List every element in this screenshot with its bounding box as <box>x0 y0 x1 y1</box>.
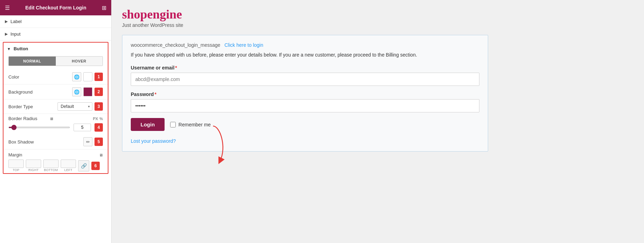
box-shadow-edit-btn[interactable]: ✏ <box>83 137 92 146</box>
box-shadow-label: Box Shadow <box>8 139 83 145</box>
monitor-icon: 🖥 <box>50 117 53 121</box>
tab-hover[interactable]: HOVER <box>56 57 103 66</box>
border-radius-input[interactable]: 5 <box>74 124 91 131</box>
label-section-title: Label <box>10 19 22 24</box>
site-subtitle: Just another WordPress site <box>122 22 634 28</box>
site-title: shopengine <box>122 7 634 22</box>
margin-bottom-input[interactable]: 10 <box>43 160 59 168</box>
border-radius-step-badge: 4 <box>94 123 103 132</box>
color-step-badge: 1 <box>94 73 103 81</box>
margin-right-input[interactable]: 20 <box>26 160 41 168</box>
margin-monitor-icon: 🖥 <box>99 153 103 157</box>
password-input[interactable] <box>131 99 479 112</box>
form-actions: Login Remember me <box>131 118 479 131</box>
description-text: If you have shopped with us before, plea… <box>131 51 479 59</box>
color-globe-btn[interactable]: 🌐 <box>72 72 81 81</box>
margin-left-group: 0 LEFT <box>61 160 76 172</box>
border-radius-slider[interactable] <box>8 127 70 128</box>
color-controls: 🌐 1 <box>72 72 103 81</box>
label-section[interactable]: ▶ Label <box>0 15 111 28</box>
background-swatch[interactable] <box>83 87 92 96</box>
username-required-star: * <box>175 65 177 71</box>
border-radius-row: Border Radius 🖥 PX % <box>3 114 108 122</box>
box-shadow-step-badge: 5 <box>94 138 103 146</box>
login-message-row: woocommerce_checkout_login_message Click… <box>131 42 479 48</box>
background-label: Background <box>8 89 72 95</box>
input-section[interactable]: ▶ Input <box>0 28 111 40</box>
lost-password-link[interactable]: Lost your password? <box>131 138 176 144</box>
remember-me-group: Remember me <box>170 122 211 127</box>
input-arrow-icon: ▶ <box>5 32 8 36</box>
hook-text: woocommerce_checkout_login_message <box>131 42 220 48</box>
margin-step-badge: 6 <box>91 162 100 170</box>
margin-link-btn[interactable]: 🔗 <box>78 160 89 171</box>
background-row: Background 🌐 2 <box>3 84 108 100</box>
input-section-title: Input <box>10 31 21 37</box>
panel-content: ▶ Label ▶ Input ▼ Button NORMAL HOVER Co… <box>0 15 111 243</box>
margin-top-group: 0 TOP <box>8 160 24 172</box>
box-shadow-controls: ✏ 5 <box>83 137 103 146</box>
background-step-badge: 2 <box>94 88 103 96</box>
color-swatch[interactable] <box>83 72 92 81</box>
margin-inputs-row: 0 TOP 20 RIGHT 10 BOTTOM 0 LEFT 🔗 6 <box>3 159 108 173</box>
label-arrow-icon: ▶ <box>5 19 8 24</box>
margin-right-group: 20 RIGHT <box>26 160 41 172</box>
color-row: Color 🌐 1 <box>3 69 108 84</box>
border-radius-label: Border Radius <box>8 116 48 121</box>
margin-label: Margin <box>8 152 98 157</box>
tab-normal[interactable]: NORMAL <box>9 57 56 66</box>
login-button[interactable]: Login <box>131 118 165 131</box>
margin-bottom-group: 10 BOTTOM <box>43 160 59 172</box>
top-bar: ☰ Edit Checkout Form Login ⊞ <box>0 0 111 15</box>
checkout-form-box: woocommerce_checkout_login_message Click… <box>122 35 488 152</box>
slider-row: 5 4 <box>3 122 108 134</box>
remember-label: Remember me <box>179 122 211 127</box>
margin-row: Margin 🖥 <box>3 149 108 159</box>
px-label: PX <box>93 117 98 121</box>
border-type-select[interactable]: Default Solid Dashed Dotted Double None <box>58 102 92 111</box>
margin-left-label: LEFT <box>64 168 72 172</box>
margin-top-input[interactable]: 0 <box>8 160 24 168</box>
username-input[interactable] <box>131 73 479 86</box>
border-type-controls: Default Solid Dashed Dotted Double None … <box>58 102 103 111</box>
percent-label: % <box>99 117 103 121</box>
margin-bottom-label: BOTTOM <box>44 168 58 172</box>
border-type-select-wrapper: Default Solid Dashed Dotted Double None <box>58 102 92 111</box>
button-section-header[interactable]: ▼ Button <box>3 43 108 55</box>
username-label: Username or email* <box>131 65 479 71</box>
border-type-step-badge: 3 <box>94 102 103 111</box>
remember-checkbox[interactable] <box>170 122 176 127</box>
left-panel: ☰ Edit Checkout Form Login ⊞ ▶ Label ▶ I… <box>0 0 112 243</box>
grid-icon[interactable]: ⊞ <box>102 5 106 11</box>
hamburger-icon[interactable]: ☰ <box>5 5 10 11</box>
normal-hover-tabs: NORMAL HOVER <box>8 56 103 66</box>
background-controls: 🌐 2 <box>72 87 103 96</box>
border-type-row: Border Type Default Solid Dashed Dotted … <box>3 100 108 114</box>
margin-top-label: TOP <box>13 168 19 172</box>
button-section: ▼ Button NORMAL HOVER Color 🌐 1 Backgrou… <box>3 42 108 174</box>
box-shadow-row: Box Shadow ✏ 5 <box>3 134 108 149</box>
margin-right-label: RIGHT <box>28 168 39 172</box>
margin-left-input[interactable]: 0 <box>61 160 76 168</box>
page-title: Edit Checkout Form Login <box>25 5 86 10</box>
button-arrow-icon: ▼ <box>7 47 11 51</box>
right-area: shopengine Just another WordPress site w… <box>112 0 644 243</box>
color-label: Color <box>8 74 72 80</box>
password-label: Password* <box>131 91 479 97</box>
button-section-title: Button <box>14 46 28 51</box>
login-link[interactable]: Click here to login <box>225 42 263 48</box>
password-required-star: * <box>154 91 156 97</box>
border-type-label: Border Type <box>8 104 58 109</box>
background-globe-btn[interactable]: 🌐 <box>72 87 81 96</box>
